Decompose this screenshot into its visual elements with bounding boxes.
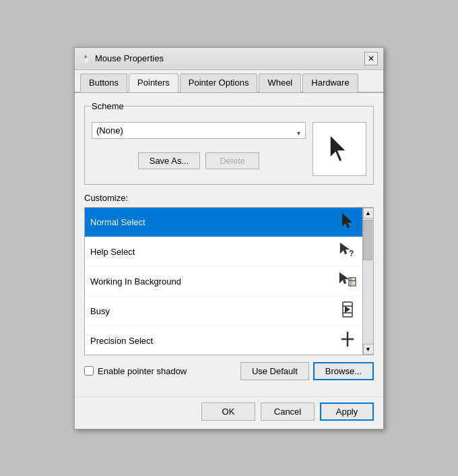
customize-label: Customize:: [84, 193, 374, 203]
list-item-icon-precision-select: [338, 330, 357, 351]
tab-hardware[interactable]: Hardware: [302, 73, 358, 92]
tab-bar: Buttons Pointers Pointer Options Wheel H…: [75, 70, 383, 93]
list-item-icon-normal-select: [338, 212, 357, 233]
svg-text:⌛: ⌛: [350, 280, 356, 287]
action-buttons: Use Default Browse...: [240, 362, 374, 380]
tab-content: Scheme (None) Save As... Delete: [75, 93, 383, 396]
title-bar: 🖱️ Mouse Properties ✕: [75, 48, 383, 70]
tab-pointer-options[interactable]: Pointer Options: [180, 73, 258, 92]
svg-marker-2: [340, 243, 350, 254]
customize-list: Normal Select Help Select ?: [84, 207, 374, 355]
list-item-label: Precision Select: [90, 336, 153, 346]
list-items: Normal Select Help Select ?: [85, 208, 362, 355]
bottom-section: Enable pointer shadow Use Default Browse…: [84, 362, 374, 380]
list-item[interactable]: Normal Select: [85, 208, 362, 237]
scrollbar-up-button[interactable]: ▲: [363, 208, 374, 218]
list-item-label: Working In Background: [90, 276, 181, 287]
scheme-left: (None) Save As... Delete: [92, 122, 306, 176]
scheme-inner: (None) Save As... Delete: [92, 122, 366, 176]
scrollbar-track: [363, 218, 373, 344]
pointer-shadow-label: Enable pointer shadow: [98, 366, 187, 376]
save-as-button[interactable]: Save As...: [138, 152, 201, 169]
list-item[interactable]: Working In Background ⌛: [85, 267, 362, 297]
delete-button[interactable]: Delete: [205, 152, 259, 169]
window-title: Mouse Properties: [95, 53, 164, 63]
tab-buttons[interactable]: Buttons: [80, 73, 127, 92]
list-item-icon-busy: [338, 301, 357, 322]
tab-wheel[interactable]: Wheel: [259, 73, 301, 92]
svg-marker-12: [345, 306, 350, 313]
scheme-legend: Scheme: [92, 101, 124, 111]
close-button[interactable]: ✕: [364, 52, 378, 65]
cursor-preview: [313, 122, 366, 176]
scheme-dropdown-wrapper[interactable]: (None): [92, 122, 306, 146]
tab-pointers[interactable]: Pointers: [129, 73, 178, 92]
title-bar-left: 🖱️ Mouse Properties: [80, 53, 164, 64]
window-icon: 🖱️: [80, 53, 91, 64]
svg-marker-0: [330, 135, 346, 162]
list-item[interactable]: Help Select ?: [85, 237, 362, 267]
scheme-buttons: Save As... Delete: [92, 152, 306, 169]
cancel-button[interactable]: Cancel: [261, 403, 315, 421]
svg-marker-1: [342, 213, 352, 228]
list-item-icon-help-select: ?: [338, 241, 357, 262]
list-scrollbar[interactable]: ▲ ▼: [362, 208, 373, 355]
svg-text:?: ?: [349, 249, 354, 258]
scheme-dropdown[interactable]: (None): [92, 122, 306, 139]
apply-button[interactable]: Apply: [320, 403, 374, 421]
scrollbar-down-button[interactable]: ▼: [363, 344, 374, 355]
pointer-shadow-checkbox[interactable]: [84, 366, 94, 376]
list-item[interactable]: Precision Select: [85, 326, 362, 355]
list-item-label: Normal Select: [90, 217, 145, 227]
pointer-shadow-checkbox-label[interactable]: Enable pointer shadow: [84, 366, 187, 376]
list-item-icon-working-background: ⌛: [338, 271, 357, 292]
cursor-preview-image: [326, 132, 353, 166]
ok-button[interactable]: OK: [201, 403, 255, 421]
browse-button[interactable]: Browse...: [313, 362, 374, 380]
list-item-label: Help Select: [90, 247, 135, 257]
scrollbar-thumb[interactable]: [363, 220, 372, 260]
svg-marker-4: [339, 272, 349, 284]
list-item-label: Busy: [90, 306, 110, 316]
use-default-button[interactable]: Use Default: [240, 362, 309, 380]
list-item[interactable]: Busy: [85, 297, 362, 326]
mouse-properties-dialog: 🖱️ Mouse Properties ✕ Buttons Pointers P…: [74, 47, 384, 429]
scheme-section: Scheme (None) Save As... Delete: [84, 101, 374, 185]
dialog-footer: OK Cancel Apply: [75, 396, 383, 429]
